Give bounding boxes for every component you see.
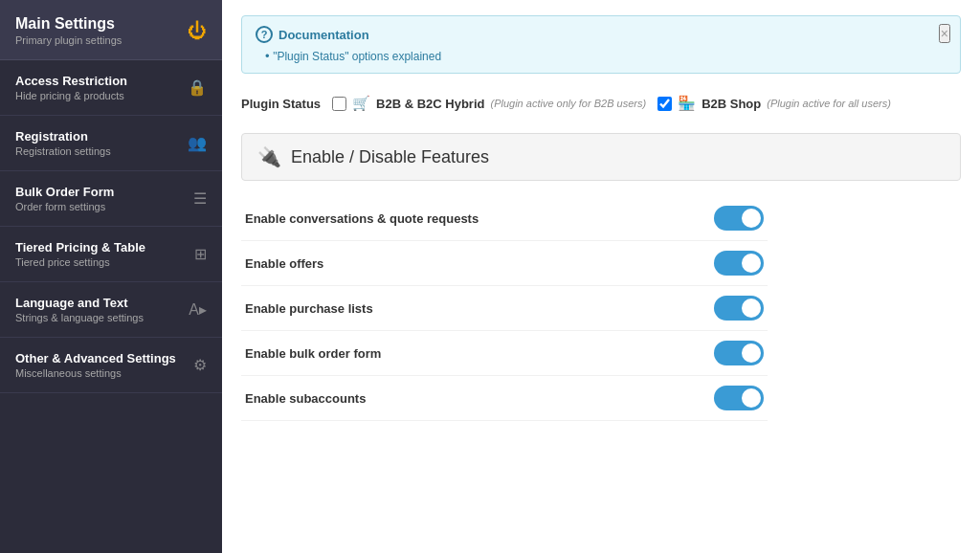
status-option-b2b-b2c: 🛒 B2B & B2C Hybrid (Plugin active only f… [332, 95, 646, 112]
plug-icon: 🔌 [257, 145, 281, 168]
sidebar-header-text: Main Settings Primary plugin settings [15, 15, 122, 46]
toggle-switch-1[interactable] [714, 251, 764, 276]
shop-icon-b2b: 🏪 [678, 95, 696, 112]
doc-box-title: ? Documentation [256, 26, 947, 43]
sidebar-item-sublabel-access-restriction: Hide pricing & products [15, 90, 127, 101]
status-option-b2b-shop: 🏪 B2B Shop (Plugin active for all users) [657, 95, 891, 112]
plugin-status-label: Plugin Status [241, 97, 321, 111]
toggle-slider-0 [714, 206, 764, 231]
documentation-box: ? Documentation × "Plugin Status" option… [241, 15, 961, 74]
features-section-title: Enable / Disable Features [291, 147, 489, 167]
sidebar-item-sublabel-registration: Registration settings [15, 145, 111, 157]
sidebar-item-sublabel-bulk-order-form: Order form settings [15, 201, 114, 212]
plugin-status-row: Plugin Status 🛒 B2B & B2C Hybrid (Plugin… [241, 89, 961, 118]
sidebar-item-label-access-restriction: Access Restriction [15, 74, 127, 88]
feature-label-0: Enable conversations & quote requests [245, 211, 479, 226]
status-checkbox-hybrid[interactable] [332, 97, 346, 111]
toggle-slider-4 [714, 386, 764, 410]
status-name-hybrid: B2B & B2C Hybrid [376, 97, 484, 111]
sidebar-item-sublabel-tiered-pricing: Tiered price settings [15, 256, 145, 268]
power-icon[interactable]: ⏻ [188, 20, 207, 42]
sidebar-items: Access Restriction Hide pricing & produc… [0, 60, 222, 393]
toggle-switch-3[interactable] [714, 341, 764, 365]
feature-row-3: Enable bulk order form [241, 331, 768, 376]
toggle-switch-4[interactable] [714, 386, 764, 410]
sidebar-item-registration[interactable]: Registration Registration settings 👥 [0, 116, 222, 171]
sidebar-item-tiered-pricing[interactable]: Tiered Pricing & Table Tiered price sett… [0, 227, 222, 282]
sidebar-item-sublabel-other-advanced: Miscellaneous settings [15, 367, 176, 379]
cart-icon-hybrid: 🛒 [352, 95, 370, 112]
sidebar-item-label-other-advanced: Other & Advanced Settings [15, 351, 176, 365]
sidebar-item-label-registration: Registration [15, 129, 111, 144]
feature-row-2: Enable purchase lists [241, 286, 768, 331]
feature-label-1: Enable offers [245, 256, 323, 271]
sidebar-item-icon-language-text: A▸ [189, 300, 207, 319]
features-section-header: 🔌 Enable / Disable Features [241, 133, 961, 181]
feature-row-4: Enable subaccounts [241, 376, 768, 421]
sidebar-subtitle: Primary plugin settings [15, 34, 122, 46]
sidebar-item-text-other-advanced: Other & Advanced Settings Miscellaneous … [15, 351, 176, 379]
sidebar-item-text-bulk-order-form: Bulk Order Form Order form settings [15, 185, 114, 212]
doc-box-close-button[interactable]: × [939, 24, 950, 43]
sidebar-item-label-bulk-order-form: Bulk Order Form [15, 185, 114, 199]
feature-label-4: Enable subaccounts [245, 391, 366, 406]
sidebar-item-language-text[interactable]: Language and Text Strings & language set… [0, 282, 222, 338]
toggle-slider-2 [714, 296, 764, 321]
sidebar-item-label-tiered-pricing: Tiered Pricing & Table [15, 240, 145, 254]
sidebar-item-icon-tiered-pricing: ⊞ [194, 245, 207, 263]
doc-link[interactable]: "Plugin Status" options explained [273, 50, 441, 63]
sidebar-item-label-language-text: Language and Text [15, 296, 144, 310]
toggle-slider-1 [714, 251, 764, 276]
features-container: Enable conversations & quote requests En… [241, 196, 961, 421]
toggle-slider-3 [714, 341, 764, 365]
sidebar-item-text-registration: Registration Registration settings [15, 129, 111, 157]
feature-row-0: Enable conversations & quote requests [241, 196, 768, 241]
sidebar-item-other-advanced[interactable]: Other & Advanced Settings Miscellaneous … [0, 338, 222, 393]
sidebar-item-bulk-order-form[interactable]: Bulk Order Form Order form settings ☰ [0, 171, 222, 227]
sidebar-item-sublabel-language-text: Strings & language settings [15, 312, 144, 323]
sidebar-item-icon-registration: 👥 [188, 134, 207, 152]
sidebar-item-text-language-text: Language and Text Strings & language set… [15, 296, 144, 323]
doc-links-list: "Plugin Status" options explained [256, 49, 947, 63]
main-content: ? Documentation × "Plugin Status" option… [222, 0, 980, 553]
status-name-b2b: B2B Shop [702, 97, 761, 111]
toggle-switch-0[interactable] [714, 206, 764, 231]
sidebar-item-text-tiered-pricing: Tiered Pricing & Table Tiered price sett… [15, 240, 145, 268]
feature-label-2: Enable purchase lists [245, 301, 373, 316]
sidebar-item-icon-other-advanced: ⚙ [193, 356, 207, 374]
doc-question-icon: ? [256, 26, 273, 43]
sidebar-item-access-restriction[interactable]: Access Restriction Hide pricing & produc… [0, 60, 222, 116]
sidebar-item-icon-access-restriction: 🔒 [188, 78, 207, 97]
status-note-b2b: (Plugin active for all users) [767, 98, 891, 109]
sidebar-header: Main Settings Primary plugin settings ⏻ [0, 0, 222, 60]
sidebar: Main Settings Primary plugin settings ⏻ … [0, 0, 222, 553]
sidebar-item-text-access-restriction: Access Restriction Hide pricing & produc… [15, 74, 127, 101]
doc-title-text: Documentation [278, 28, 369, 42]
toggle-switch-2[interactable] [714, 296, 764, 321]
feature-label-3: Enable bulk order form [245, 346, 381, 361]
feature-row-1: Enable offers [241, 241, 768, 286]
sidebar-title: Main Settings [15, 15, 122, 33]
sidebar-item-icon-bulk-order-form: ☰ [193, 189, 207, 208]
status-note-hybrid: (Plugin active only for B2B users) [490, 98, 646, 109]
status-checkbox-b2b[interactable] [657, 97, 672, 111]
doc-link-item: "Plugin Status" options explained [265, 49, 947, 63]
